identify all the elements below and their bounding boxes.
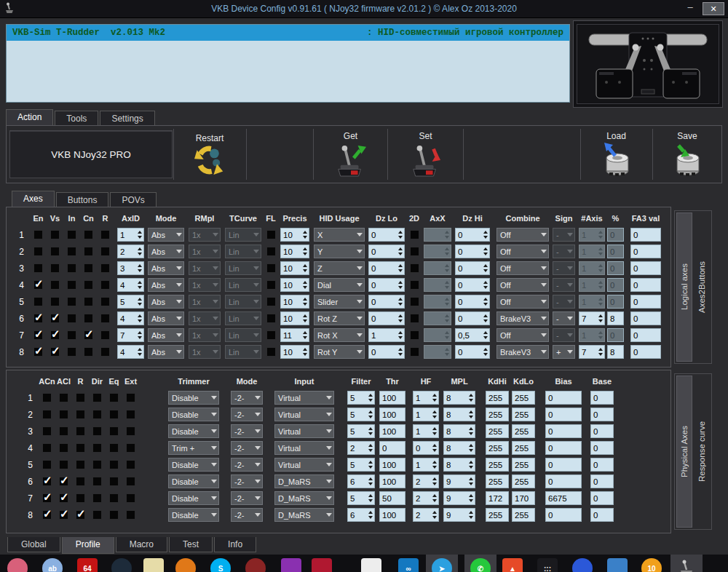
phy-bias-field[interactable]: 0 bbox=[545, 508, 582, 522]
phy-ext-checkbox[interactable] bbox=[126, 477, 135, 486]
phy-eq-checkbox[interactable] bbox=[109, 443, 119, 453]
log-dzhi-spinner[interactable]: 0 bbox=[455, 278, 490, 292]
log-mode-dropdown[interactable]: Abs bbox=[148, 311, 184, 325]
log-precis-spinner[interactable]: 10 bbox=[280, 245, 309, 258]
log-en-checkbox[interactable] bbox=[33, 297, 43, 306]
log-mode-dropdown[interactable]: Abs bbox=[148, 261, 184, 275]
phy-trimmer-dropdown[interactable]: Disable bbox=[168, 458, 219, 472]
tab-global[interactable]: Global bbox=[7, 537, 60, 552]
phy-acl-checkbox[interactable] bbox=[59, 410, 68, 419]
log-axid-spinner[interactable]: 4 bbox=[117, 311, 144, 325]
log-d2-checkbox[interactable] bbox=[410, 247, 419, 256]
log-fa3-field[interactable]: 0 bbox=[630, 245, 661, 258]
phy-filter-spinner[interactable]: 5 bbox=[347, 391, 375, 405]
phy-r-checkbox[interactable] bbox=[76, 493, 85, 503]
phy-base-field[interactable]: 0 bbox=[590, 491, 614, 505]
app-icon-3[interactable]: 64 bbox=[77, 558, 98, 572]
phy-thr-field[interactable]: 100 bbox=[379, 458, 405, 472]
phy-input-dropdown[interactable]: D_MaRS bbox=[274, 508, 334, 522]
log-in-checkbox[interactable] bbox=[67, 347, 76, 357]
phy-filter-spinner[interactable]: 6 bbox=[347, 508, 375, 522]
phy-thr-field[interactable]: 100 bbox=[379, 424, 405, 438]
phy-mpl-spinner[interactable]: 9 bbox=[443, 491, 475, 505]
log-axid-spinner[interactable]: 1 bbox=[117, 228, 144, 242]
phy-eq-checkbox[interactable] bbox=[109, 393, 119, 402]
phy-base-field[interactable]: 0 bbox=[590, 508, 614, 522]
phy-kdhi-field[interactable]: 255 bbox=[486, 424, 509, 438]
log-r-checkbox[interactable] bbox=[100, 297, 110, 306]
device-list-selected-row[interactable]: VKB-Sim T-Rudder v2.013 Mk2 : HID-совмес… bbox=[7, 25, 569, 41]
phy-dir-checkbox[interactable] bbox=[92, 410, 102, 419]
phy-filter-spinner[interactable]: 5 bbox=[347, 491, 375, 505]
log-dzhi-spinner[interactable]: 0 bbox=[455, 228, 490, 242]
phy-input-dropdown[interactable]: Virtual bbox=[274, 408, 334, 421]
phy-filter-spinner[interactable]: 6 bbox=[347, 474, 375, 488]
log-hid-dropdown[interactable]: Slider bbox=[314, 295, 365, 309]
log-pct-field[interactable]: 8 bbox=[607, 345, 624, 359]
phy-mode-dropdown[interactable]: -2- bbox=[231, 424, 263, 438]
log-mode-dropdown[interactable]: Abs bbox=[148, 295, 184, 309]
tab-test[interactable]: Test bbox=[169, 537, 213, 552]
phy-bias-field[interactable]: 0 bbox=[545, 408, 582, 421]
log-vs-checkbox[interactable] bbox=[50, 247, 60, 256]
phy-filter-spinner[interactable]: 5 bbox=[347, 458, 375, 472]
phy-base-field[interactable]: 0 bbox=[590, 424, 614, 438]
phy-acl-checkbox[interactable] bbox=[59, 443, 68, 453]
log-in-checkbox[interactable] bbox=[67, 247, 76, 256]
log-d2-checkbox[interactable] bbox=[410, 330, 419, 340]
phy-eq-checkbox[interactable] bbox=[109, 426, 119, 436]
log-axid-spinner[interactable]: 2 bbox=[117, 245, 144, 258]
log-axid-spinner[interactable]: 4 bbox=[117, 278, 144, 292]
log-precis-spinner[interactable]: 11 bbox=[280, 328, 309, 342]
log-dzlo-spinner[interactable]: 0 bbox=[368, 228, 405, 242]
phy-trimmer-dropdown[interactable]: Disable bbox=[168, 408, 219, 421]
log-combine-dropdown[interactable]: Off bbox=[496, 228, 549, 242]
tab-settings[interactable]: Settings bbox=[100, 111, 154, 126]
log-en-checkbox[interactable] bbox=[33, 263, 43, 273]
log-cn-checkbox[interactable] bbox=[84, 230, 93, 239]
log-cn-checkbox[interactable] bbox=[84, 280, 93, 290]
phy-eq-checkbox[interactable] bbox=[109, 510, 119, 520]
app-icon-12[interactable]: ∞ bbox=[398, 558, 419, 572]
phy-acl-checkbox[interactable] bbox=[59, 510, 68, 520]
phy-mode-dropdown[interactable]: -2- bbox=[231, 458, 263, 472]
phy-mpl-spinner[interactable]: 8 bbox=[443, 391, 475, 405]
app-icon-11[interactable] bbox=[361, 558, 381, 572]
phy-bias-field[interactable]: 0 bbox=[545, 441, 582, 455]
phy-thr-field[interactable]: 100 bbox=[379, 474, 405, 488]
log-axid-spinner[interactable]: 5 bbox=[117, 295, 144, 309]
phy-dir-checkbox[interactable] bbox=[92, 443, 102, 453]
phy-bias-field[interactable]: 0 bbox=[545, 424, 582, 438]
log-r-checkbox[interactable] bbox=[100, 247, 110, 256]
phy-input-dropdown[interactable]: D_MaRS bbox=[274, 474, 334, 488]
log-mode-dropdown[interactable]: Abs bbox=[148, 328, 184, 342]
phy-hf-spinner[interactable]: 0 bbox=[413, 441, 439, 455]
phy-kdlo-field[interactable]: 255 bbox=[512, 391, 535, 405]
phy-acn-checkbox[interactable] bbox=[42, 426, 52, 436]
phy-hf-spinner[interactable]: 2 bbox=[413, 474, 439, 488]
log-combine-dropdown[interactable]: BrakeV3 bbox=[496, 345, 549, 359]
log-dzlo-spinner[interactable]: 1 bbox=[368, 328, 405, 342]
phy-hf-spinner[interactable]: 2 bbox=[413, 508, 439, 522]
log-mode-dropdown[interactable]: Abs bbox=[148, 245, 184, 258]
phy-hf-spinner[interactable]: 2 bbox=[413, 491, 439, 505]
log-dzhi-spinner[interactable]: 0 bbox=[455, 295, 490, 309]
log-dzhi-spinner[interactable]: 0 bbox=[455, 311, 490, 325]
log-precis-spinner[interactable]: 10 bbox=[280, 228, 309, 242]
phy-acn-checkbox[interactable] bbox=[42, 460, 52, 469]
log-dzlo-spinner[interactable]: 0 bbox=[368, 261, 405, 275]
log-precis-spinner[interactable]: 10 bbox=[280, 295, 309, 309]
phy-kdlo-field[interactable]: 255 bbox=[512, 408, 535, 421]
phy-kdlo-field[interactable]: 255 bbox=[512, 508, 535, 522]
restart-button[interactable]: Restart bbox=[174, 127, 245, 181]
side-tab-axes2buttons[interactable]: Axes2Buttons bbox=[694, 212, 710, 362]
phy-r-checkbox[interactable] bbox=[76, 426, 85, 436]
phy-dir-checkbox[interactable] bbox=[92, 393, 102, 402]
log-fl-checkbox[interactable] bbox=[266, 330, 276, 340]
log-en-checkbox[interactable] bbox=[33, 330, 43, 340]
side-tab-logical-axes[interactable]: Logical axes bbox=[676, 212, 692, 362]
log-precis-spinner[interactable]: 10 bbox=[280, 345, 309, 359]
log-dzlo-spinner[interactable]: 0 bbox=[368, 245, 405, 258]
tab-macro[interactable]: Macro bbox=[116, 537, 167, 552]
phy-input-dropdown[interactable]: D_MaRS bbox=[274, 491, 334, 505]
